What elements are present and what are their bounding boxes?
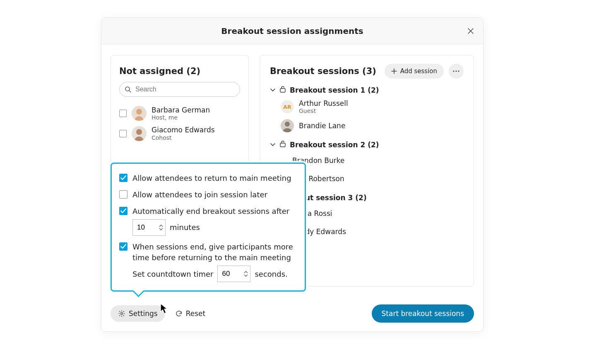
person-checkbox[interactable] — [119, 130, 127, 137]
reset-icon — [175, 310, 183, 317]
unlock-icon — [280, 86, 286, 94]
search-field[interactable] — [119, 82, 240, 97]
participant-name: Arthur Russell — [299, 99, 348, 108]
option-countdown: When sessions end, give participants mor… — [132, 242, 297, 263]
not-assigned-title: Not assigned (2) — [119, 66, 240, 76]
participant-role: Guest — [299, 108, 348, 114]
session-header[interactable]: Breakout session 2 (2) — [270, 138, 464, 151]
session-participant[interactable]: Brandon Burke — [281, 151, 464, 170]
checkbox-join-later[interactable] — [119, 190, 127, 199]
not-assigned-row[interactable]: Barbara German Host, me — [119, 103, 240, 123]
svg-line-1 — [129, 91, 131, 92]
option-join-later: Allow attendees to join session later — [132, 189, 267, 200]
session-participant[interactable]: Guy Robertson — [281, 170, 464, 188]
check-icon — [120, 175, 126, 180]
seconds-stepper[interactable] — [217, 266, 250, 282]
minutes-stepper[interactable] — [132, 219, 166, 236]
session-header[interactable]: Breakout session 1 (2) — [270, 84, 464, 97]
gear-icon — [118, 310, 125, 317]
breakout-dialog: Breakout session assignments Not assigne… — [101, 17, 484, 332]
session: Breakout session 1 (2) AR Arthur Russell… — [270, 84, 464, 135]
person-name: Giacomo Edwards — [152, 126, 215, 134]
session-participant[interactable]: Brandie Lane — [281, 117, 464, 135]
svg-point-3 — [136, 109, 142, 115]
seconds-input[interactable] — [218, 270, 242, 278]
checkbox-countdown[interactable] — [119, 242, 127, 251]
dialog-footer: Settings Reset Start breakout sessions — [101, 296, 483, 331]
settings-popover: Allow attendees to return to main meetin… — [111, 163, 306, 292]
svg-point-8 — [458, 70, 459, 72]
chevron-down-icon[interactable] — [159, 228, 163, 230]
dialog-header: Breakout session assignments — [101, 18, 483, 44]
person-checkbox[interactable] — [119, 110, 127, 117]
session-participant[interactable]: AR Arthur Russell Guest — [281, 97, 464, 117]
search-icon — [125, 86, 131, 93]
not-assigned-row[interactable]: Giacomo Edwards Cohost — [119, 123, 240, 143]
session-title: Breakout session 1 (2) — [290, 86, 379, 94]
reset-button[interactable]: Reset — [175, 309, 206, 318]
session-title: Breakout session 2 (2) — [290, 141, 379, 149]
svg-rect-9 — [280, 89, 285, 92]
add-session-label: Add session — [400, 67, 437, 75]
add-session-button[interactable]: Add session — [385, 64, 444, 79]
start-sessions-button[interactable]: Start breakout sessions — [372, 304, 474, 323]
more-icon — [453, 70, 459, 72]
reset-label: Reset — [186, 309, 206, 318]
person-role: Host, me — [152, 114, 210, 121]
chevron-up-icon[interactable] — [159, 225, 163, 227]
svg-point-7 — [455, 70, 457, 72]
avatar: AR — [281, 100, 294, 113]
countdown-label: Set countdtown timer — [132, 270, 213, 278]
start-sessions-label: Start breakout sessions — [382, 309, 464, 318]
svg-rect-12 — [280, 143, 285, 147]
unlock-icon — [280, 141, 286, 149]
avatar — [281, 119, 294, 132]
minutes-unit: minutes — [170, 223, 200, 232]
check-icon — [120, 244, 126, 249]
svg-point-13 — [121, 313, 123, 315]
dialog-title: Breakout session assignments — [221, 26, 363, 36]
settings-button[interactable]: Settings — [111, 305, 165, 322]
more-button[interactable] — [449, 64, 464, 79]
close-button[interactable] — [465, 25, 476, 37]
session-participant[interactable]: Maria Rossi — [281, 204, 464, 223]
chevron-down-icon — [270, 89, 276, 92]
chevron-up-icon[interactable] — [244, 271, 248, 273]
minutes-input[interactable] — [133, 223, 157, 232]
seconds-unit: seconds. — [255, 270, 287, 278]
avatar — [132, 106, 147, 121]
search-input[interactable] — [135, 85, 235, 93]
participant-name: Brandie Lane — [299, 122, 345, 130]
check-icon — [120, 208, 126, 213]
plus-icon — [391, 68, 397, 74]
close-icon — [468, 28, 474, 34]
checkbox-return-main[interactable] — [119, 174, 127, 182]
svg-point-6 — [453, 70, 454, 72]
svg-point-5 — [136, 129, 142, 135]
checkbox-auto-end[interactable] — [119, 207, 127, 215]
option-return-main: Allow attendees to return to main meetin… — [132, 173, 291, 184]
sessions-title: Breakout sessions (3) — [270, 66, 376, 76]
svg-point-11 — [285, 122, 290, 127]
avatar — [132, 126, 147, 141]
session-participant[interactable]: Vendy Edwards — [281, 223, 464, 241]
chevron-down-icon — [270, 143, 276, 146]
person-role: Cohost — [152, 134, 215, 141]
person-name: Barbara German — [152, 106, 210, 114]
option-auto-end: Automatically end breakout sessions afte… — [132, 206, 289, 217]
settings-label: Settings — [129, 309, 158, 318]
chevron-down-icon[interactable] — [244, 274, 248, 277]
